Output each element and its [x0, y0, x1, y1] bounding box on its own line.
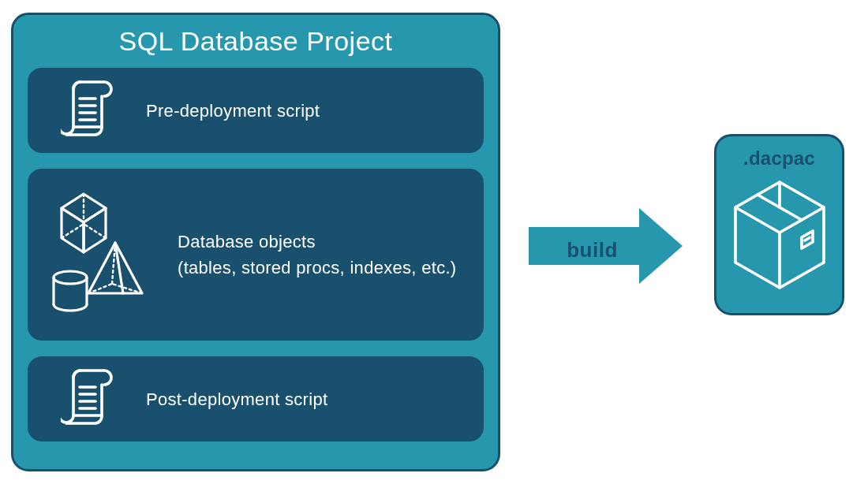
svg-line-8: [84, 224, 106, 238]
svg-line-7: [62, 224, 84, 238]
shapes-icon: [28, 188, 178, 322]
scroll-icon: [28, 368, 146, 430]
dacpac-title: .dacpac: [743, 147, 815, 169]
db-objects-line2: (tables, stored procs, indexes, etc.): [178, 258, 456, 278]
scroll-icon: [28, 80, 146, 141]
post-deployment-label: Post-deployment script: [146, 386, 484, 412]
build-label: build: [529, 238, 656, 263]
pre-deployment-label: Pre-deployment script: [146, 98, 484, 124]
project-title: SQL Database Project: [13, 26, 498, 57]
post-deployment-row: Post-deployment script: [28, 356, 484, 441]
database-objects-label: Database objects (tables, stored procs, …: [178, 229, 484, 281]
database-objects-row: Database objects (tables, stored procs, …: [28, 169, 484, 341]
pre-deployment-row: Pre-deployment script: [28, 68, 484, 153]
svg-line-28: [805, 238, 810, 241]
package-box-icon: [729, 177, 830, 294]
diagram-stage: SQL Database Project: [0, 0, 868, 488]
db-objects-line1: Database objects: [178, 232, 316, 251]
build-arrow: build: [529, 207, 683, 285]
sql-project-container: SQL Database Project: [11, 13, 500, 471]
dacpac-output: .dacpac: [714, 134, 844, 315]
